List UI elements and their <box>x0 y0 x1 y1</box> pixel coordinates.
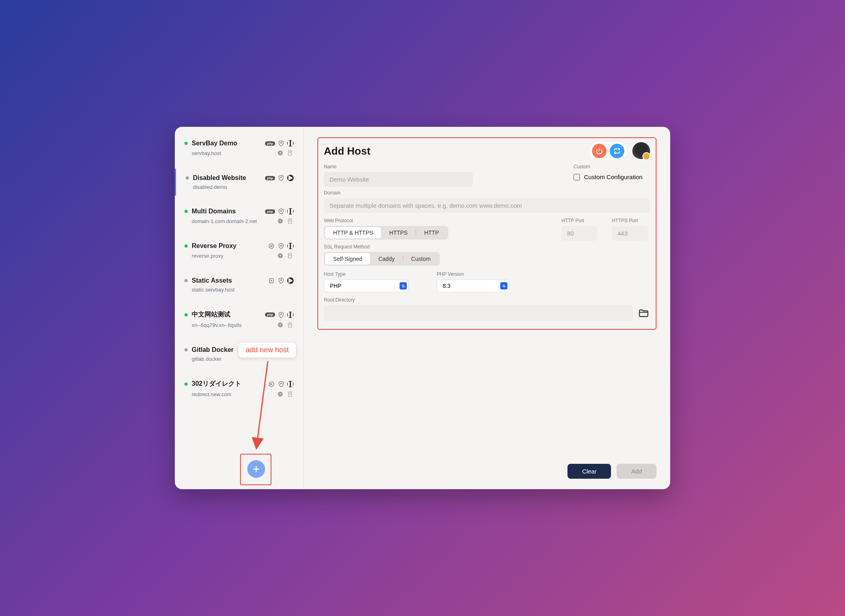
sidebar-host-item[interactable]: 302リダイレクトredirect.new.com <box>175 374 303 403</box>
sidebar-host-item[interactable]: Disabled Websitephpdisabled.demo <box>175 169 303 196</box>
avatar[interactable] <box>632 142 650 160</box>
sidebar-host-item[interactable]: Static Assetsstatic.servbay.host <box>175 271 303 298</box>
host-title: Disabled Website <box>193 174 261 182</box>
document-icon[interactable] <box>286 252 294 259</box>
name-input[interactable] <box>324 172 473 187</box>
http-port-input[interactable] <box>561 226 598 241</box>
php-version-select[interactable] <box>437 279 509 292</box>
svg-rect-2 <box>291 141 293 146</box>
ssl-self-signed[interactable]: Self-Signed <box>325 253 370 265</box>
php-badge-icon: php <box>265 312 275 317</box>
document-icon[interactable] <box>286 321 294 329</box>
protocol-http[interactable]: HTTP <box>416 227 447 238</box>
sidebar: ServBay Demophpservbay.hostDisabled Webs… <box>175 127 304 489</box>
status-dot <box>184 244 188 248</box>
https-port-input[interactable] <box>612 226 648 241</box>
ssl-caddy[interactable]: Caddy <box>370 253 402 265</box>
compass-icon[interactable] <box>277 217 284 225</box>
add-host-fab[interactable] <box>247 460 265 478</box>
svg-rect-16 <box>288 244 290 249</box>
svg-rect-10 <box>291 209 293 214</box>
host-title: Static Assets <box>192 277 264 284</box>
status-dot <box>184 210 188 213</box>
chevron-updown-icon: ⇅ <box>500 282 507 289</box>
svg-rect-22 <box>269 279 273 283</box>
shield-x-icon <box>278 242 285 250</box>
swap-icon <box>268 242 275 250</box>
host-subtitle: domain-1.com domain-2.net <box>192 218 273 224</box>
compass-icon[interactable] <box>277 321 284 329</box>
label-http-port: HTTP Port <box>561 218 600 223</box>
protocol-https[interactable]: HTTPS <box>381 227 416 238</box>
folder-browse-button[interactable] <box>637 307 650 320</box>
host-title: Reverse Proxy <box>192 242 264 250</box>
pause-icon[interactable] <box>287 381 294 387</box>
ssl-segmented: Self-Signed Caddy Custom <box>324 252 440 266</box>
label-protocol: Web Protocol <box>324 218 549 223</box>
add-button[interactable]: Add <box>617 464 657 479</box>
compass-icon[interactable] <box>277 252 284 259</box>
annotation-form-highlight: Add Host Name <box>317 137 657 330</box>
ssl-custom[interactable]: Custom <box>403 253 439 265</box>
svg-point-0 <box>281 142 282 143</box>
refresh-button[interactable] <box>610 144 624 158</box>
play-icon[interactable] <box>287 277 294 284</box>
status-dot <box>184 382 188 386</box>
php-badge-icon: php <box>265 209 275 214</box>
svg-rect-27 <box>291 312 293 317</box>
main-panel: Add Host Name <box>304 127 670 489</box>
static-icon <box>268 277 275 284</box>
protocol-segmented: HTTP & HTTPS HTTPS HTTP <box>324 226 448 240</box>
document-icon[interactable] <box>286 391 294 398</box>
label-ssl: SSL Request Method <box>324 244 650 250</box>
host-type-select[interactable] <box>324 279 408 292</box>
domain-input[interactable] <box>324 198 650 213</box>
host-title: 中文网站测试 <box>192 310 261 319</box>
custom-config-checkbox[interactable] <box>574 174 580 180</box>
header-action-pill <box>590 142 627 160</box>
host-title: Multi Domains <box>192 208 261 215</box>
shield-icon <box>278 380 285 388</box>
shield-icon <box>278 208 285 215</box>
php-badge-icon: php <box>265 176 275 180</box>
compass-icon[interactable] <box>277 391 284 398</box>
pause-icon[interactable] <box>287 243 294 249</box>
shield-icon <box>278 311 285 318</box>
label-php-version: PHP Version <box>437 271 537 277</box>
pause-icon[interactable] <box>287 208 294 215</box>
svg-point-8 <box>281 210 282 211</box>
label-custom-config: Custom Configuration <box>584 174 642 180</box>
svg-point-23 <box>271 280 272 281</box>
root-dir-input[interactable] <box>324 305 633 321</box>
tooltip-add-host: add new host <box>238 343 296 358</box>
pause-icon[interactable] <box>287 140 294 147</box>
svg-point-25 <box>281 314 282 315</box>
host-subtitle: servbay.host <box>192 150 273 156</box>
chevron-updown-icon: ⇅ <box>400 282 407 289</box>
svg-rect-17 <box>291 244 293 249</box>
redirect-icon <box>268 380 275 388</box>
shield-icon <box>278 277 285 284</box>
protocol-http-https[interactable]: HTTP & HTTPS <box>325 227 381 238</box>
sidebar-host-item[interactable]: 中文网站测试phpxn--6qq79v.xn--fiqs8s <box>175 305 303 334</box>
svg-rect-36 <box>288 381 290 387</box>
svg-rect-1 <box>288 141 290 146</box>
shield-icon <box>278 174 285 182</box>
label-https-port: HTTPS Port <box>612 218 650 223</box>
power-button[interactable] <box>592 144 607 158</box>
page-title: Add Host <box>324 145 590 157</box>
svg-point-7 <box>281 177 282 178</box>
host-title: 302リダイレクト <box>192 380 264 388</box>
play-icon[interactable] <box>287 175 294 181</box>
sidebar-host-item[interactable]: Multi Domainsphpdomain-1.com domain-2.ne… <box>175 202 303 230</box>
sidebar-host-item[interactable]: Reverse Proxyreverse.proxy <box>175 237 303 265</box>
label-custom: Custom <box>574 164 650 170</box>
host-subtitle: redirect.new.com <box>192 391 273 397</box>
compass-icon[interactable] <box>277 149 284 157</box>
sidebar-host-item[interactable]: ServBay Demophpservbay.host <box>175 134 303 162</box>
document-icon[interactable] <box>286 149 294 157</box>
document-icon[interactable] <box>286 217 294 225</box>
label-domain: Domain <box>324 190 650 196</box>
pause-icon[interactable] <box>287 312 294 318</box>
clear-button[interactable]: Clear <box>567 464 611 479</box>
